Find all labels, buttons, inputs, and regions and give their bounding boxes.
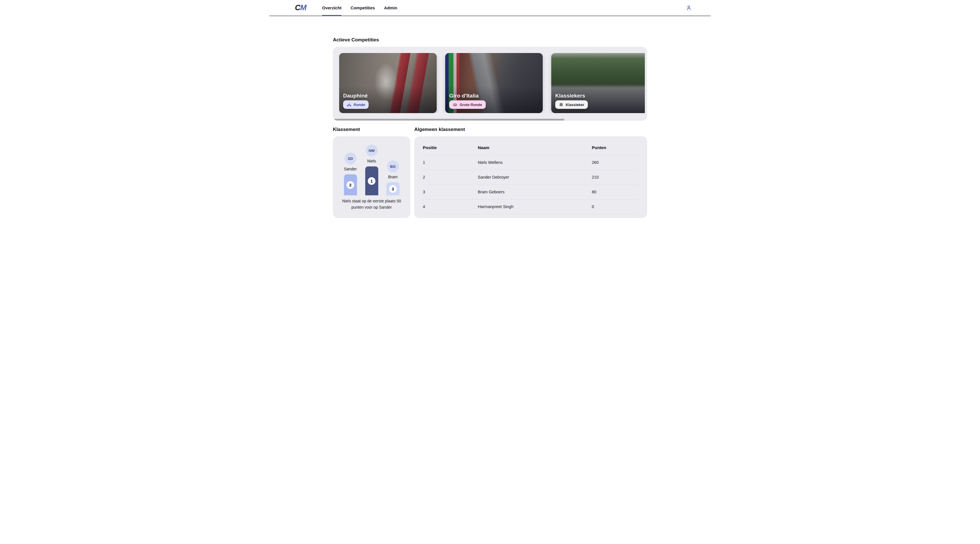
cell-naam: Sander Debroyer xyxy=(478,170,592,185)
podium-caption: Niels staat op de eerste plaats 50 punte… xyxy=(338,198,405,210)
cell-punten: 0 xyxy=(592,199,639,214)
table-header-row: Positie Naam Punten xyxy=(423,140,639,155)
competition-cards-row: Dauphiné Ronde Giro d'Italia xyxy=(339,53,645,113)
section-title-active-competitions: Actieve Competities xyxy=(333,37,647,43)
navbar: CM Overzicht Competities Admin xyxy=(269,0,711,16)
bottom-columns: Klassement SD Sander 2 NW Niels xyxy=(333,127,647,245)
cell-naam: Bram Geboers xyxy=(478,185,592,199)
podium-entry-sander: SD Sander 2 xyxy=(344,153,357,195)
podium-name: Sander xyxy=(344,167,357,171)
avatar: SD xyxy=(345,153,356,164)
table-row: 4 Harmanpreet Singh 0 xyxy=(423,199,639,214)
podium-entry-bram: BG Bram 3 xyxy=(387,161,399,195)
column-header-punten: Punten xyxy=(592,140,639,155)
cell-positie: 3 xyxy=(423,185,478,199)
standings-table: Positie Naam Punten 1 Niels Wellens 260 xyxy=(423,140,639,214)
competition-title: Klassiekers xyxy=(555,93,585,99)
carousel-scrollbar-thumb[interactable] xyxy=(334,119,564,121)
competition-type-badge: Klassieker xyxy=(555,100,588,109)
competition-title: Giro d'Italia xyxy=(449,93,479,99)
column-header-naam: Naam xyxy=(478,140,592,155)
competition-title: Dauphiné xyxy=(343,93,368,99)
user-icon xyxy=(686,5,692,11)
main-content: Actieve Competities Dauphiné Ronde xyxy=(333,37,647,245)
cell-naam: Harmanpreet Singh xyxy=(478,199,592,214)
app-logo[interactable]: CM xyxy=(295,3,306,12)
section-title-klassement: Klassement xyxy=(333,127,410,132)
podium-name: Bram xyxy=(388,175,398,179)
podium-name: Niels xyxy=(367,159,376,163)
cell-positie: 2 xyxy=(423,170,478,185)
logo-letter-m: M xyxy=(300,3,307,12)
logo-letter-c: C xyxy=(295,3,300,12)
competition-type-badge: Grote Ronde xyxy=(449,100,486,109)
avatar: NW xyxy=(366,145,378,156)
main-nav: Overzicht Competities Admin xyxy=(322,0,397,16)
rank-number: 3 xyxy=(389,185,397,193)
rank-number: 1 xyxy=(368,177,375,185)
page: CM Overzicht Competities Admin Actieve C… xyxy=(269,0,711,245)
cell-punten: 80 xyxy=(592,185,639,199)
podium-bar-first: 1 xyxy=(365,166,378,195)
podium-entry-niels: NW Niels 1 xyxy=(365,145,378,195)
competition-type-label: Klassieker xyxy=(566,103,584,107)
table-row: 3 Bram Geboers 80 xyxy=(423,185,639,199)
nav-item-overzicht[interactable]: Overzicht xyxy=(322,0,341,16)
table-row: 2 Sander Debroyer 210 xyxy=(423,170,639,185)
column-header-positie: Positie xyxy=(423,140,478,155)
podium-card: SD Sander 2 NW Niels 1 xyxy=(333,136,410,218)
nav-item-competities[interactable]: Competities xyxy=(350,0,375,16)
standings-table-card: Positie Naam Punten 1 Niels Wellens 260 xyxy=(414,136,647,218)
table-row: 1 Niels Wellens 260 xyxy=(423,155,639,170)
nav-item-admin[interactable]: Admin xyxy=(384,0,397,16)
cell-naam: Niels Wellens xyxy=(478,155,592,170)
cell-punten: 210 xyxy=(592,170,639,185)
cell-positie: 1 xyxy=(423,155,478,170)
competition-card-giro[interactable]: Giro d'Italia Grote Ronde xyxy=(445,53,543,113)
landmark-icon xyxy=(559,102,563,107)
cell-positie: 4 xyxy=(423,199,478,214)
crown-icon xyxy=(453,102,457,107)
competitions-carousel: Dauphiné Ronde Giro d'Italia xyxy=(333,47,647,121)
cell-punten: 260 xyxy=(592,155,639,170)
competition-type-label: Ronde xyxy=(353,103,365,107)
bicycle-icon xyxy=(347,102,352,107)
competition-type-badge: Ronde xyxy=(343,100,369,109)
algemeen-klassement-column: Algemeen klassement Positie Naam Punten xyxy=(414,127,647,218)
podium: SD Sander 2 NW Niels 1 xyxy=(338,145,405,195)
competition-card-dauphine[interactable]: Dauphiné Ronde xyxy=(339,53,437,113)
competition-type-label: Grote Ronde xyxy=(460,103,482,107)
avatar: BG xyxy=(387,161,399,172)
podium-bar-second: 2 xyxy=(344,174,357,195)
user-profile-button[interactable] xyxy=(684,4,693,12)
podium-bar-third: 3 xyxy=(387,182,399,195)
klassement-column: Klassement SD Sander 2 NW Niels xyxy=(333,127,410,218)
rank-number: 2 xyxy=(347,181,354,189)
section-title-algemeen-klassement: Algemeen klassement xyxy=(414,127,647,132)
competition-card-klassiekers[interactable]: Klassiekers Klassieker xyxy=(551,53,645,113)
